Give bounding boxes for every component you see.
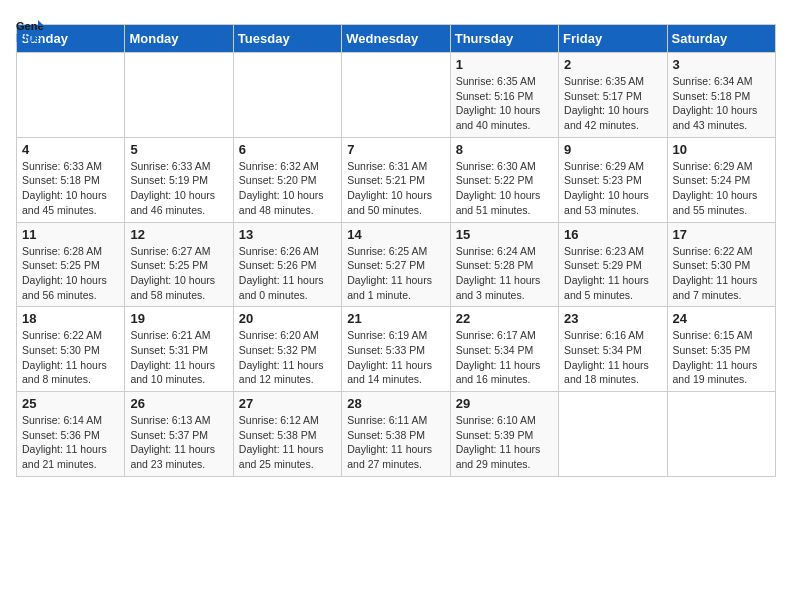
calendar-cell: 17Sunrise: 6:22 AM Sunset: 5:30 PM Dayli… [667, 222, 775, 307]
day-info: Sunrise: 6:16 AM Sunset: 5:34 PM Dayligh… [564, 328, 661, 387]
day-number: 28 [347, 396, 444, 411]
day-info: Sunrise: 6:30 AM Sunset: 5:22 PM Dayligh… [456, 159, 553, 218]
calendar-cell: 8Sunrise: 6:30 AM Sunset: 5:22 PM Daylig… [450, 137, 558, 222]
calendar-cell [667, 392, 775, 477]
day-info: Sunrise: 6:24 AM Sunset: 5:28 PM Dayligh… [456, 244, 553, 303]
calendar-cell [559, 392, 667, 477]
calendar-cell: 18Sunrise: 6:22 AM Sunset: 5:30 PM Dayli… [17, 307, 125, 392]
day-number: 27 [239, 396, 336, 411]
calendar-table: SundayMondayTuesdayWednesdayThursdayFrid… [16, 24, 776, 477]
col-header-saturday: Saturday [667, 25, 775, 53]
day-number: 8 [456, 142, 553, 157]
calendar-cell [125, 53, 233, 138]
day-info: Sunrise: 6:33 AM Sunset: 5:18 PM Dayligh… [22, 159, 119, 218]
day-info: Sunrise: 6:15 AM Sunset: 5:35 PM Dayligh… [673, 328, 770, 387]
day-number: 13 [239, 227, 336, 242]
day-number: 25 [22, 396, 119, 411]
col-header-tuesday: Tuesday [233, 25, 341, 53]
day-info: Sunrise: 6:17 AM Sunset: 5:34 PM Dayligh… [456, 328, 553, 387]
day-info: Sunrise: 6:35 AM Sunset: 5:17 PM Dayligh… [564, 74, 661, 133]
day-number: 16 [564, 227, 661, 242]
calendar-cell: 19Sunrise: 6:21 AM Sunset: 5:31 PM Dayli… [125, 307, 233, 392]
calendar-cell [342, 53, 450, 138]
day-number: 2 [564, 57, 661, 72]
calendar-cell: 9Sunrise: 6:29 AM Sunset: 5:23 PM Daylig… [559, 137, 667, 222]
day-number: 5 [130, 142, 227, 157]
calendar-cell: 12Sunrise: 6:27 AM Sunset: 5:25 PM Dayli… [125, 222, 233, 307]
day-number: 1 [456, 57, 553, 72]
calendar-cell: 22Sunrise: 6:17 AM Sunset: 5:34 PM Dayli… [450, 307, 558, 392]
calendar-cell: 5Sunrise: 6:33 AM Sunset: 5:19 PM Daylig… [125, 137, 233, 222]
calendar-cell: 24Sunrise: 6:15 AM Sunset: 5:35 PM Dayli… [667, 307, 775, 392]
day-number: 21 [347, 311, 444, 326]
calendar-cell: 26Sunrise: 6:13 AM Sunset: 5:37 PM Dayli… [125, 392, 233, 477]
day-info: Sunrise: 6:21 AM Sunset: 5:31 PM Dayligh… [130, 328, 227, 387]
calendar-cell: 6Sunrise: 6:32 AM Sunset: 5:20 PM Daylig… [233, 137, 341, 222]
calendar-cell [17, 53, 125, 138]
calendar-week-5: 25Sunrise: 6:14 AM Sunset: 5:36 PM Dayli… [17, 392, 776, 477]
day-number: 12 [130, 227, 227, 242]
day-info: Sunrise: 6:27 AM Sunset: 5:25 PM Dayligh… [130, 244, 227, 303]
calendar-cell: 21Sunrise: 6:19 AM Sunset: 5:33 PM Dayli… [342, 307, 450, 392]
day-info: Sunrise: 6:11 AM Sunset: 5:38 PM Dayligh… [347, 413, 444, 472]
calendar-week-3: 11Sunrise: 6:28 AM Sunset: 5:25 PM Dayli… [17, 222, 776, 307]
day-number: 17 [673, 227, 770, 242]
day-info: Sunrise: 6:22 AM Sunset: 5:30 PM Dayligh… [673, 244, 770, 303]
day-number: 24 [673, 311, 770, 326]
day-info: Sunrise: 6:19 AM Sunset: 5:33 PM Dayligh… [347, 328, 444, 387]
calendar-cell: 27Sunrise: 6:12 AM Sunset: 5:38 PM Dayli… [233, 392, 341, 477]
calendar-cell: 1Sunrise: 6:35 AM Sunset: 5:16 PM Daylig… [450, 53, 558, 138]
day-info: Sunrise: 6:14 AM Sunset: 5:36 PM Dayligh… [22, 413, 119, 472]
col-header-friday: Friday [559, 25, 667, 53]
logo: General Blue [16, 16, 48, 44]
day-info: Sunrise: 6:20 AM Sunset: 5:32 PM Dayligh… [239, 328, 336, 387]
day-number: 23 [564, 311, 661, 326]
day-number: 7 [347, 142, 444, 157]
day-number: 11 [22, 227, 119, 242]
day-info: Sunrise: 6:12 AM Sunset: 5:38 PM Dayligh… [239, 413, 336, 472]
calendar-cell: 14Sunrise: 6:25 AM Sunset: 5:27 PM Dayli… [342, 222, 450, 307]
calendar-cell: 4Sunrise: 6:33 AM Sunset: 5:18 PM Daylig… [17, 137, 125, 222]
day-info: Sunrise: 6:33 AM Sunset: 5:19 PM Dayligh… [130, 159, 227, 218]
calendar-cell: 3Sunrise: 6:34 AM Sunset: 5:18 PM Daylig… [667, 53, 775, 138]
day-number: 15 [456, 227, 553, 242]
day-number: 20 [239, 311, 336, 326]
day-number: 10 [673, 142, 770, 157]
calendar-cell [233, 53, 341, 138]
calendar-week-4: 18Sunrise: 6:22 AM Sunset: 5:30 PM Dayli… [17, 307, 776, 392]
day-info: Sunrise: 6:29 AM Sunset: 5:23 PM Dayligh… [564, 159, 661, 218]
day-number: 26 [130, 396, 227, 411]
day-info: Sunrise: 6:35 AM Sunset: 5:16 PM Dayligh… [456, 74, 553, 133]
day-number: 9 [564, 142, 661, 157]
calendar-cell: 11Sunrise: 6:28 AM Sunset: 5:25 PM Dayli… [17, 222, 125, 307]
col-header-thursday: Thursday [450, 25, 558, 53]
calendar-cell: 13Sunrise: 6:26 AM Sunset: 5:26 PM Dayli… [233, 222, 341, 307]
calendar-cell: 16Sunrise: 6:23 AM Sunset: 5:29 PM Dayli… [559, 222, 667, 307]
day-info: Sunrise: 6:34 AM Sunset: 5:18 PM Dayligh… [673, 74, 770, 133]
day-info: Sunrise: 6:26 AM Sunset: 5:26 PM Dayligh… [239, 244, 336, 303]
day-number: 14 [347, 227, 444, 242]
svg-text:Blue: Blue [16, 32, 40, 44]
day-number: 19 [130, 311, 227, 326]
calendar-cell: 20Sunrise: 6:20 AM Sunset: 5:32 PM Dayli… [233, 307, 341, 392]
calendar-week-2: 4Sunrise: 6:33 AM Sunset: 5:18 PM Daylig… [17, 137, 776, 222]
day-info: Sunrise: 6:32 AM Sunset: 5:20 PM Dayligh… [239, 159, 336, 218]
calendar-cell: 28Sunrise: 6:11 AM Sunset: 5:38 PM Dayli… [342, 392, 450, 477]
day-number: 3 [673, 57, 770, 72]
day-info: Sunrise: 6:10 AM Sunset: 5:39 PM Dayligh… [456, 413, 553, 472]
day-info: Sunrise: 6:29 AM Sunset: 5:24 PM Dayligh… [673, 159, 770, 218]
calendar-cell: 25Sunrise: 6:14 AM Sunset: 5:36 PM Dayli… [17, 392, 125, 477]
calendar-cell: 15Sunrise: 6:24 AM Sunset: 5:28 PM Dayli… [450, 222, 558, 307]
day-info: Sunrise: 6:31 AM Sunset: 5:21 PM Dayligh… [347, 159, 444, 218]
day-info: Sunrise: 6:28 AM Sunset: 5:25 PM Dayligh… [22, 244, 119, 303]
day-number: 29 [456, 396, 553, 411]
col-header-monday: Monday [125, 25, 233, 53]
day-number: 22 [456, 311, 553, 326]
day-info: Sunrise: 6:25 AM Sunset: 5:27 PM Dayligh… [347, 244, 444, 303]
calendar-week-1: 1Sunrise: 6:35 AM Sunset: 5:16 PM Daylig… [17, 53, 776, 138]
calendar-cell: 23Sunrise: 6:16 AM Sunset: 5:34 PM Dayli… [559, 307, 667, 392]
calendar-cell: 7Sunrise: 6:31 AM Sunset: 5:21 PM Daylig… [342, 137, 450, 222]
day-number: 6 [239, 142, 336, 157]
day-info: Sunrise: 6:23 AM Sunset: 5:29 PM Dayligh… [564, 244, 661, 303]
calendar-cell: 10Sunrise: 6:29 AM Sunset: 5:24 PM Dayli… [667, 137, 775, 222]
